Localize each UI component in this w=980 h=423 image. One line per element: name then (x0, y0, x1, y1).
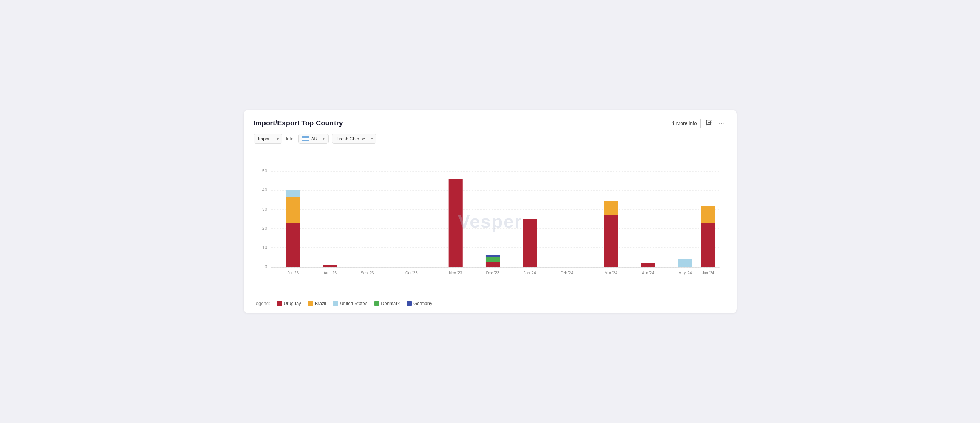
legend-name-uruguay: Uruguay (284, 301, 301, 306)
bar-jul-brazil (286, 197, 300, 223)
card-header: Import/Export Top Country ℹ More info 🖼 … (253, 118, 727, 128)
legend-color-brazil (308, 301, 313, 306)
menu-button[interactable]: ··· (717, 118, 727, 128)
header-divider (700, 119, 701, 128)
bar-may-us (678, 259, 692, 267)
svg-text:Feb '24: Feb '24 (560, 271, 573, 275)
country-select-wrapper: AR ▼ (298, 134, 329, 144)
svg-text:May '24: May '24 (678, 271, 692, 275)
bar-jun-brazil (701, 206, 715, 223)
header-actions: ℹ More info 🖼 ··· (672, 118, 727, 128)
bar-dec-denmark (485, 257, 500, 262)
bar-dec-germany (485, 254, 500, 257)
legend-item-denmark: Denmark (374, 301, 400, 306)
svg-text:Jul '23: Jul '23 (287, 271, 299, 275)
svg-text:Jun '24: Jun '24 (702, 271, 714, 275)
svg-text:Sep '23: Sep '23 (361, 271, 374, 275)
legend-color-germany (407, 301, 412, 306)
svg-text:40: 40 (262, 188, 267, 193)
legend-color-denmark (374, 301, 379, 306)
filters-bar: Import Export ▼ Into: AR ▼ Fresh Cheese … (253, 134, 727, 144)
svg-text:20: 20 (262, 226, 267, 231)
legend-item-brazil: Brazil (308, 301, 326, 306)
country-code-label: AR (311, 136, 318, 141)
svg-text:30: 30 (262, 207, 267, 212)
chart-area: Vesper 0 10 20 30 40 50 (253, 151, 727, 292)
bar-jul-us (286, 190, 300, 197)
image-icon: 🖼 (706, 120, 712, 126)
more-info-button[interactable]: ℹ More info (672, 120, 697, 126)
svg-text:50: 50 (262, 169, 267, 174)
bar-dec-uruguay (485, 262, 500, 267)
svg-text:0: 0 (264, 264, 267, 269)
legend-item-germany: Germany (407, 301, 432, 306)
legend-color-uruguay (277, 301, 282, 306)
bar-chart: 0 10 20 30 40 50 Jul '23 Aug '23 Sep '23 (253, 151, 727, 292)
legend-name-brazil: Brazil (315, 301, 326, 306)
legend-name-germany: Germany (414, 301, 432, 306)
svg-text:Oct '23: Oct '23 (405, 271, 418, 275)
bar-jun-uruguay (701, 223, 715, 267)
product-select[interactable]: Fresh Cheese Hard Cheese Milk (332, 134, 376, 144)
svg-text:Dec '23: Dec '23 (486, 271, 499, 275)
legend-item-uruguay: Uruguay (277, 301, 301, 306)
bar-aug-uruguay (323, 265, 337, 267)
svg-text:Mar '24: Mar '24 (604, 271, 617, 275)
legend-name-denmark: Denmark (381, 301, 400, 306)
trade-type-select[interactable]: Import Export (253, 134, 282, 144)
legend-bar: Legend: Uruguay Brazil United States Den… (253, 297, 727, 306)
info-icon: ℹ (672, 120, 675, 126)
bar-jan-uruguay (523, 219, 537, 267)
product-wrapper: Fresh Cheese Hard Cheese Milk ▼ (332, 134, 376, 144)
svg-text:Jan '24: Jan '24 (523, 271, 536, 275)
main-card: Import/Export Top Country ℹ More info 🖼 … (244, 110, 737, 313)
svg-text:Apr '24: Apr '24 (642, 271, 654, 275)
bar-jul-uruguay (286, 223, 300, 267)
svg-text:10: 10 (262, 245, 267, 250)
legend-name-us: United States (340, 301, 367, 306)
country-chevron: ▼ (322, 137, 325, 140)
country-select[interactable]: AR ▼ (298, 134, 329, 144)
svg-text:Nov '23: Nov '23 (449, 271, 462, 275)
legend-color-us (333, 301, 338, 306)
bar-mar-brazil (604, 201, 618, 215)
bar-mar-uruguay (604, 215, 618, 267)
image-button[interactable]: 🖼 (704, 119, 713, 128)
svg-text:Aug '23: Aug '23 (324, 271, 337, 275)
trade-type-wrapper: Import Export ▼ (253, 134, 282, 144)
country-flag (302, 136, 309, 141)
legend-label: Legend: (253, 301, 270, 306)
legend-item-us: United States (333, 301, 367, 306)
page-title: Import/Export Top Country (253, 119, 343, 127)
into-label: Into: (286, 136, 295, 141)
bar-nov-uruguay (448, 179, 462, 267)
bar-apr-uruguay (641, 263, 655, 267)
more-info-label: More info (676, 121, 697, 126)
